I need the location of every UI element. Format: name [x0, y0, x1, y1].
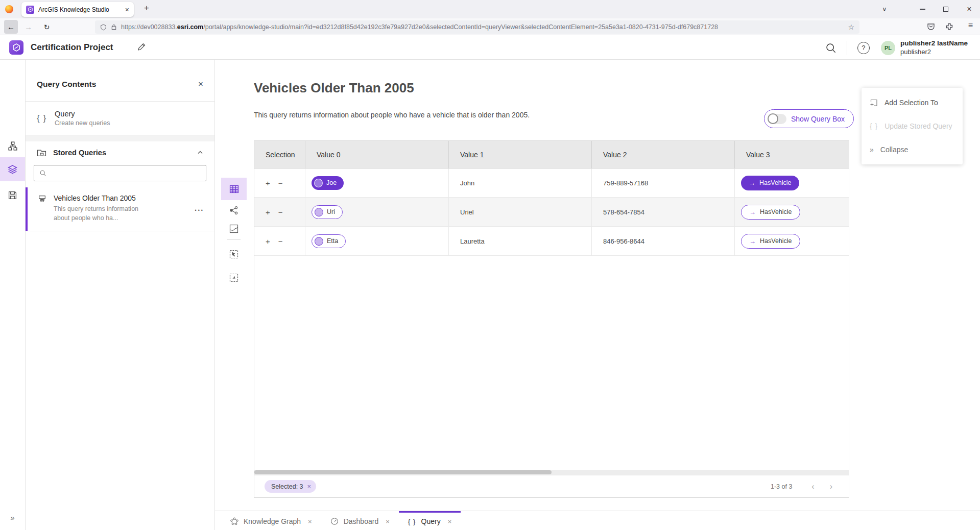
user-username: publisher2 — [900, 48, 968, 56]
minimize-button[interactable] — [915, 0, 930, 18]
tab-knowledge-graph[interactable]: Knowledge Graph × — [221, 511, 321, 530]
query-item-title: Query — [55, 110, 110, 118]
previous-page-button[interactable]: ‹ — [811, 482, 814, 491]
braces-icon: { } — [37, 113, 46, 124]
results-table: Selection Value 0 Value 1 Value 2 Value … — [254, 140, 849, 498]
add-to-selection-button[interactable]: + — [266, 237, 270, 245]
selection-tool-icon[interactable] — [221, 269, 247, 286]
data-model-icon[interactable] — [0, 137, 25, 155]
app-header: Certification Project ? PL publisher2 la… — [0, 36, 980, 60]
page-description: This query returns information about peo… — [254, 111, 530, 119]
toggle-knob — [768, 113, 778, 124]
column-header: Value 3 — [735, 141, 849, 168]
remove-from-selection-button[interactable]: − — [278, 179, 283, 187]
selected-count-chip[interactable]: Selected: 3 × — [265, 480, 316, 493]
maximize-button[interactable] — [938, 0, 953, 18]
next-page-button[interactable]: › — [830, 482, 832, 491]
reload-button[interactable]: ↻ — [40, 20, 54, 34]
relationship-pill[interactable]: → HasVehicle — [741, 205, 800, 220]
arrow-right-icon: → — [749, 208, 756, 216]
forward-button[interactable]: → — [21, 20, 35, 34]
browser-tab[interactable]: ArcGIS Knowledge Studio × — [21, 2, 134, 17]
cell-value: Uriel — [449, 198, 592, 226]
column-header: Value 2 — [592, 141, 735, 168]
help-icon[interactable]: ? — [857, 42, 870, 54]
panel-title: Query Contents — [37, 80, 198, 89]
relationship-pill[interactable]: → HasVehicle — [741, 234, 800, 249]
query-item[interactable]: { } Query Create new queries — [26, 102, 214, 135]
search-icon[interactable] — [825, 42, 836, 54]
link-chart-icon[interactable] — [221, 202, 247, 219]
stored-queries-search[interactable] — [34, 165, 206, 181]
firefox-icon — [5, 5, 13, 13]
map-view-icon[interactable] — [221, 220, 247, 237]
avatar[interactable]: PL — [881, 41, 895, 55]
show-query-box-label: Show Query Box — [791, 115, 845, 123]
browser-titlebar: ArcGIS Knowledge Studio × + ∨ × — [0, 0, 980, 18]
user-info[interactable]: publisher2 lastName publisher2 — [900, 39, 968, 56]
application-window: ArcGIS Knowledge Studio × + ∨ × ← → ↻ ht… — [0, 0, 980, 530]
stored-queries-header[interactable]: Stored Queries — [26, 141, 214, 164]
search-input[interactable] — [51, 170, 201, 177]
selected-indicator — [26, 187, 28, 231]
tab-close-icon[interactable]: × — [308, 518, 312, 525]
double-chevron-icon: » — [870, 146, 874, 154]
select-on-map-icon[interactable] — [221, 246, 247, 263]
extensions-puzzle-icon[interactable] — [945, 22, 953, 31]
braces-icon: { } — [870, 122, 878, 130]
contents-layers-icon[interactable] — [0, 157, 25, 181]
edit-title-pencil-icon[interactable] — [137, 42, 146, 52]
cell-value: Lauretta — [449, 227, 592, 255]
magnifier-icon — [39, 170, 46, 177]
column-header: Value 0 — [305, 141, 449, 168]
table-footer: Selected: 3 × 1-3 of 3 ‹ › — [254, 475, 849, 497]
hamburger-menu-icon[interactable]: ≡ — [968, 21, 973, 30]
new-tab-button[interactable]: + — [144, 3, 149, 13]
remove-from-selection-button[interactable]: − — [278, 237, 283, 245]
stored-query-document-icon — [38, 195, 46, 223]
entity-pill[interactable]: Joe — [312, 176, 344, 190]
list-tabs-icon[interactable]: ∨ — [877, 0, 892, 18]
tab-close-icon[interactable]: × — [448, 518, 452, 525]
tab-close-icon[interactable]: × — [386, 518, 390, 525]
table-view-icon[interactable] — [221, 178, 247, 200]
entity-pill[interactable]: Uri — [312, 205, 343, 219]
collapse-chevron-up-icon[interactable] — [197, 150, 203, 156]
column-header: Selection — [254, 141, 305, 168]
bottom-tab-bar: Knowledge Graph × Dashboard × { } Query … — [215, 511, 980, 530]
dashboard-gauge-icon — [330, 517, 339, 525]
relationship-pill[interactable]: → HasVehicle — [741, 176, 799, 190]
show-query-box-toggle[interactable]: Show Query Box — [764, 109, 854, 128]
save-icon[interactable] — [0, 186, 25, 204]
table-row: + − Joe John 759-889-57168 → HasVehicle — [254, 168, 849, 198]
tab-query[interactable]: { } Query × — [399, 511, 461, 530]
panel-close-icon[interactable]: × — [198, 79, 203, 89]
cell-value: 578-654-7854 — [592, 198, 735, 226]
toggle-track — [768, 114, 786, 124]
add-selection-icon — [870, 99, 878, 107]
entity-dot-icon — [314, 179, 323, 187]
clear-selection-icon[interactable]: × — [307, 483, 312, 490]
folder-icon — [37, 148, 46, 158]
url-bar[interactable]: https://dev0028833.esri.com/portal/apps/… — [95, 20, 859, 34]
entity-dot-icon — [315, 208, 323, 216]
add-to-selection-button[interactable]: + — [266, 208, 270, 216]
tab-close-icon[interactable]: × — [125, 6, 129, 14]
expand-rail-icon[interactable]: » — [0, 509, 25, 526]
project-title: Certification Project — [31, 42, 113, 53]
item-options-ellipsis-icon[interactable]: ••• — [195, 208, 204, 213]
scrollbar-thumb[interactable] — [254, 470, 552, 474]
entity-pill[interactable]: Etta — [312, 234, 346, 248]
stored-query-item[interactable]: Vehicles Older Than 2005 This query retu… — [26, 187, 214, 231]
toolbar-divider — [227, 239, 241, 240]
back-button[interactable]: ← — [4, 20, 18, 34]
tab-dashboard[interactable]: Dashboard × — [321, 511, 399, 530]
add-to-selection-button[interactable]: + — [266, 179, 270, 187]
horizontal-scrollbar[interactable] — [254, 470, 849, 475]
menu-item-add-selection-to[interactable]: Add Selection To — [862, 91, 963, 114]
close-window-button[interactable]: × — [962, 0, 977, 18]
pocket-icon[interactable] — [927, 22, 935, 31]
remove-from-selection-button[interactable]: − — [278, 208, 283, 216]
bookmark-star-icon[interactable]: ☆ — [848, 23, 854, 31]
menu-item-collapse[interactable]: » Collapse — [862, 138, 963, 161]
